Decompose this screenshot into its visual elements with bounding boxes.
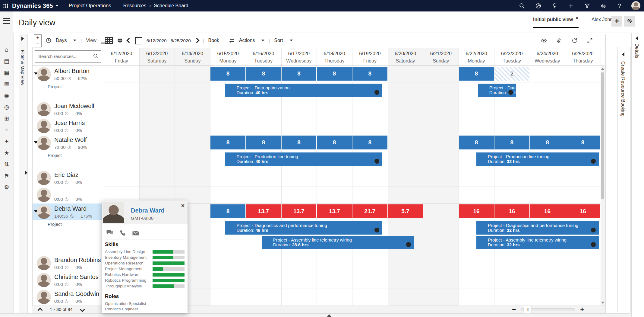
fullscreen-icon[interactable]: [587, 37, 593, 44]
booking-bar[interactable]: Project - Production line tuningDuration…: [225, 152, 382, 166]
booking-cell[interactable]: 8: [565, 136, 600, 149]
status-dot-icon[interactable]: [374, 228, 379, 232]
booking-cell[interactable]: 8: [317, 67, 352, 81]
details-panel[interactable]: Details: [631, 33, 644, 317]
previous-period-button[interactable]: [126, 38, 131, 43]
user-avatar[interactable]: [631, 1, 640, 10]
add-icon[interactable]: [563, 0, 579, 11]
search-icon[interactable]: [93, 53, 99, 59]
scroll-thumb[interactable]: [327, 314, 332, 317]
booking-cell[interactable]: 8: [317, 136, 352, 149]
resource-row[interactable]: Albert Burton50:0062%: [33, 66, 104, 82]
booking-bar[interactable]: Project - Assembly line telemetry wiring…: [476, 236, 599, 249]
booking-cell[interactable]: 5.7: [388, 204, 423, 218]
chevron-down-icon[interactable]: [290, 40, 293, 41]
booking-cell[interactable]: 8: [530, 136, 565, 149]
resource-row[interactable]: 0:000%: [33, 187, 104, 203]
chevron-down-icon[interactable]: [261, 40, 264, 41]
scroll-down-icon[interactable]: [601, 302, 604, 304]
booking-cell[interactable]: 8: [494, 136, 529, 149]
status-dot-icon[interactable]: [374, 159, 379, 164]
resource-row[interactable]: Christine Santos0:000%: [33, 272, 104, 289]
sort-dropdown[interactable]: Sort: [274, 38, 283, 43]
status-dot-icon[interactable]: [591, 242, 596, 247]
booking-cell[interactable]: 13.7: [282, 204, 317, 218]
booking-cell[interactable]: 8: [282, 136, 317, 149]
booking-cell[interactable]: 8: [352, 67, 387, 81]
compass-icon[interactable]: [530, 0, 546, 11]
scroll-up-icon[interactable]: [601, 68, 604, 70]
messages-icon[interactable]: ✉: [0, 80, 13, 89]
booking-cell[interactable]: 16: [494, 204, 529, 218]
booking-cell[interactable]: 8: [459, 136, 494, 149]
sort-icon[interactable]: ⇅: [0, 160, 13, 169]
booking-bar[interactable]: Project - Data optimizationDuration: 10 …: [478, 84, 516, 97]
booking-bar[interactable]: Project - Assembly line telemetry wiring…: [262, 236, 414, 249]
recent-icon[interactable]: ▤: [0, 57, 13, 66]
status-dot-icon[interactable]: [374, 90, 379, 95]
resource-row[interactable]: Debra Ward140:35175%: [33, 203, 104, 220]
map-view-button[interactable]: [117, 37, 123, 43]
filter-icon[interactable]: [579, 0, 595, 11]
zoom-slider[interactable]: ‖: [521, 308, 575, 311]
booking-cell[interactable]: 8: [459, 67, 494, 81]
booking-cell[interactable]: 21.7: [352, 204, 387, 218]
expand-panel-icon[interactable]: [622, 52, 624, 56]
add-board-button[interactable]: +: [611, 16, 622, 27]
visibility-button[interactable]: [541, 37, 547, 44]
booking-cell[interactable]: 16: [459, 204, 494, 218]
booking-cell[interactable]: 8: [246, 67, 281, 81]
scale-dropdown[interactable]: Days: [56, 38, 67, 43]
phone-icon[interactable]: [119, 229, 127, 238]
status-dot-icon[interactable]: [406, 242, 411, 247]
booking-bar[interactable]: Project - Diagnostics and performance tu…: [225, 221, 382, 235]
favorites-icon[interactable]: ★: [0, 149, 13, 158]
resource-row[interactable]: Natalie Wolf72:0090%: [33, 135, 104, 151]
settings-icon[interactable]: ⚙: [0, 183, 13, 192]
refresh-icon[interactable]: [571, 37, 578, 44]
status-dot-icon[interactable]: [591, 159, 596, 164]
expand-filter-icon[interactable]: [21, 37, 24, 41]
popup-resource-name[interactable]: Debra Ward: [131, 207, 165, 214]
tab-initial-public-view[interactable]: Initial public view ✕: [533, 17, 579, 28]
row-zoom-out-button[interactable]: −: [34, 41, 42, 47]
schedule-board-icon[interactable]: ▦: [0, 68, 13, 77]
lightbulb-icon[interactable]: [546, 0, 563, 11]
flags-icon[interactable]: ⚑: [0, 171, 13, 181]
chat-icon[interactable]: [106, 229, 113, 238]
booking-cell[interactable]: 16: [530, 204, 565, 218]
date-range[interactable]: 6/12/2020 - 6/25/2020: [147, 38, 191, 43]
booking-bar[interactable]: Project - Diagnostics and performance tu…: [476, 221, 599, 235]
close-tab-icon[interactable]: ✕: [575, 16, 579, 20]
booking-cell[interactable]: 16: [565, 204, 600, 218]
book-button[interactable]: Book: [208, 38, 219, 43]
hamburger-icon[interactable]: [3, 18, 10, 24]
resources-icon[interactable]: ◉: [0, 91, 13, 100]
scroll-thumb[interactable]: [601, 72, 604, 199]
create-resource-booking-panel[interactable]: Create Resource Booking: [617, 47, 631, 312]
projects-icon[interactable]: ⊞: [0, 114, 13, 123]
booking-cell[interactable]: 2: [494, 67, 529, 81]
filter-panel-handle-icon[interactable]: [25, 171, 27, 175]
settings-icon[interactable]: [595, 0, 611, 11]
home-icon[interactable]: ⌂: [0, 45, 13, 54]
resource-row[interactable]: Sandra Goodwin0:000%: [33, 289, 104, 306]
module-name[interactable]: Project Operations: [69, 3, 111, 9]
booking-bar[interactable]: Project - Data optimizationDuration: 40 …: [225, 84, 382, 97]
booking-bar[interactable]: Project - Production line tuningDuration…: [476, 152, 599, 166]
resource-row[interactable]: Joan Mcdowell0:000%: [33, 101, 104, 118]
tasks-icon[interactable]: ≡: [0, 126, 13, 135]
next-period-button[interactable]: [194, 38, 199, 43]
help-icon[interactable]: ?: [611, 0, 628, 11]
chevron-down-icon[interactable]: [73, 40, 76, 41]
booking-cell[interactable]: 8: [210, 204, 245, 218]
actions-dropdown[interactable]: Actions: [239, 38, 255, 43]
breadcrumb-resources[interactable]: Resources: [123, 3, 146, 8]
board-settings-button[interactable]: [624, 16, 635, 27]
row-zoom-in-button[interactable]: +: [34, 34, 42, 41]
status-dot-icon[interactable]: [508, 90, 513, 95]
booking-cell[interactable]: 8: [210, 67, 245, 81]
zoom-slider-handle[interactable]: ‖: [524, 306, 532, 314]
page-down-icon[interactable]: [80, 307, 85, 312]
breadcrumb-schedule-board[interactable]: Schedule Board: [154, 3, 188, 8]
